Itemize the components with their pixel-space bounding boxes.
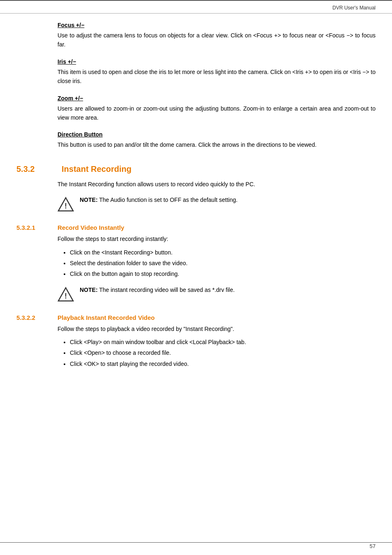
chapter-532: 5.3.2 Instant Recording The Instant Reco… [16,164,376,369]
note-box-2: ! NOTE: The instant recording video will… [58,285,376,303]
page: DVR User's Manual Focus +/− Use to adjus… [0,0,392,555]
sub-title-1: Record Video Instantly [58,224,124,231]
list-item: Click <Play> on main window toolbar and … [70,338,376,347]
sub-title-2: Playback Instant Recorded Video [58,314,154,321]
zoom-heading: Zoom +/− [58,95,376,102]
chapter-intro-area: The Instant Recording function allows us… [16,180,376,213]
sub-title-row-1: 5.3.2.1 Record Video Instantly [16,224,376,231]
note-1-content: The Audio function is set to OFF as the … [99,197,238,203]
bullet-list-1: Click on the <Instant Recording> button.… [58,248,376,279]
list-item: Click <OK> to start playing the recorded… [70,359,376,368]
note-2-text: NOTE: The instant recording video will b… [80,285,235,294]
sub-number-2: 5.3.2.2 [16,314,49,321]
list-item: Select the destination folder to save th… [70,259,376,268]
zoom-body: Users are allowed to zoom-in or zoom-out… [58,104,376,123]
sub-intro-2: Follow the steps to playback a video rec… [58,324,376,333]
list-item: Click on the <Instant Recording> button. [70,248,376,257]
chapter-intro: The Instant Recording function allows us… [58,180,376,189]
note-box-1: ! NOTE: The Audio function is set to OFF… [58,195,376,213]
warning-icon-1: ! [58,196,74,213]
bottom-border [0,542,392,543]
list-item: Click <Open> to choose a recorded file. [70,348,376,357]
focus-heading: Focus +/− [58,22,376,28]
chapter-title-row: 5.3.2 Instant Recording [16,164,376,174]
sub-body-2: Follow the steps to playback a video rec… [16,324,376,369]
direction-body: This button is used to pan and/or tilt t… [58,140,376,149]
header-bar: DVR User's Manual [0,2,392,14]
subsection-5322: 5.3.2.2 Playback Instant Recorded Video … [16,314,376,369]
bullet-list-2: Click <Play> on main window toolbar and … [58,338,376,368]
chapter-title: Instant Recording [62,164,131,174]
sub-number-1: 5.3.2.1 [16,224,49,231]
svg-text:!: ! [65,202,67,210]
section-focus: Focus +/− Use to adjust the camera lens … [16,22,376,49]
section-zoom: Zoom +/− Users are allowed to zoom-in or… [16,95,376,123]
section-direction: Direction Button This button is used to … [16,131,376,149]
sub-intro-1: Follow the steps to start recording inst… [58,234,376,243]
direction-heading: Direction Button [58,131,376,138]
note-1-text: NOTE: The Audio function is set to OFF a… [80,195,238,204]
note-2-content: The instant recording video will be save… [99,287,235,293]
note-2-label: NOTE: [80,287,98,293]
svg-text:!: ! [65,292,67,300]
sub-title-row-2: 5.3.2.2 Playback Instant Recorded Video [16,314,376,321]
iris-heading: Iris +/− [58,58,376,65]
top-border [0,0,392,1]
note-1-label: NOTE: [80,197,98,203]
list-item: Click on the button again to stop record… [70,269,376,278]
page-number: 57 [370,543,376,549]
iris-body: This item is used to open and close the … [58,67,376,86]
subsection-5321: 5.3.2.1 Record Video Instantly Follow th… [16,224,376,303]
sub-body-1: Follow the steps to start recording inst… [16,234,376,303]
chapter-number: 5.3.2 [16,164,49,174]
content: Focus +/− Use to adjust the camera lens … [0,14,392,393]
warning-icon-2: ! [58,286,74,303]
header-title: DVR User's Manual [332,5,376,11]
section-iris: Iris +/− This item is used to open and c… [16,58,376,86]
focus-body: Use to adjust the camera lens to focus o… [58,31,376,49]
